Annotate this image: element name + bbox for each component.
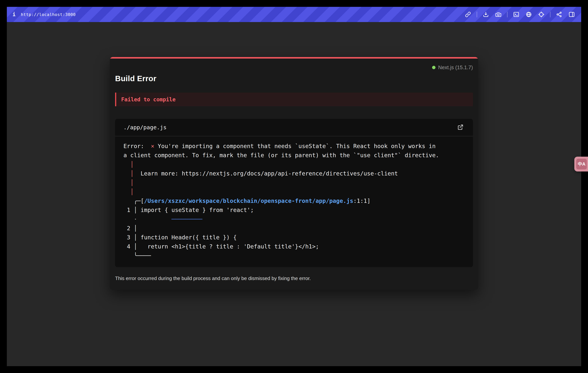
translate-extension-tab[interactable]: 中A — [574, 157, 588, 172]
trace-bar: │ — [124, 170, 134, 177]
camera-icon[interactable] — [494, 11, 502, 18]
nodes-icon[interactable] — [555, 11, 563, 18]
line-gutter: 2 │ — [124, 225, 137, 231]
file-name: ./app/page.js — [124, 124, 167, 131]
code-line-2: 2 │ — [124, 224, 464, 233]
line-gutter: 4 │ — [124, 243, 141, 250]
frame-open-prefix: ╭─[ — [124, 197, 144, 204]
usestate-underline: ───────── — [137, 216, 202, 222]
browser-address-bar: i http://localhost:3000 — [7, 7, 581, 22]
trace-bar: │ — [124, 188, 134, 195]
trace-bar-line: │ — [124, 187, 464, 196]
globe-icon[interactable] — [525, 11, 533, 18]
desktop: i http://localhost:3000 — [0, 0, 588, 373]
learn-more-line: │ Learn more: https://nextjs.org/docs/ap… — [124, 169, 464, 178]
error-message: Error: × You're importing a component th… — [124, 142, 441, 160]
dialog-title: Build Error — [115, 74, 473, 83]
frame-close-text: ╰──── — [124, 252, 151, 259]
terminal-icon[interactable] — [512, 11, 520, 18]
underline-gutter: · — [124, 216, 137, 222]
sidebar-toggle-icon[interactable] — [568, 11, 576, 18]
browser-toolbar — [464, 11, 576, 18]
trace-bar-line: │ — [124, 178, 464, 187]
code-line-3: 3 │ function Header({ title }) { — [124, 233, 464, 242]
open-in-editor-icon[interactable] — [456, 123, 464, 132]
nextjs-version-badge: Next.js (15.1.7) — [115, 57, 473, 70]
code-line-4: 4 │ return <h1>{title ? title : 'Default… — [124, 242, 464, 251]
link-icon[interactable] — [464, 11, 472, 18]
url-text[interactable]: http://localhost:3000 — [21, 12, 76, 17]
error-cross-icon: × — [151, 143, 154, 149]
download-tray-icon[interactable] — [482, 11, 490, 18]
toolbar-divider — [507, 11, 507, 17]
learn-more-text: Learn more: https://nextjs.org/docs/app/… — [134, 170, 398, 177]
code-frame-body: Error: × You're importing a component th… — [115, 136, 473, 267]
error-message-text: You're importing a component that needs … — [124, 143, 439, 159]
code-frame-header: ./app/page.js — [115, 119, 473, 136]
dialog-footer-note: This error occurred during the build pro… — [115, 275, 473, 281]
nextjs-version-label: Next.js (15.1.7) — [438, 65, 473, 71]
translate-icon: 中A — [576, 159, 587, 169]
frame-close-line: ╰──── — [124, 251, 464, 260]
frame-open-suffix: :1:1] — [353, 197, 370, 204]
code-frame: ./app/page.js Error: × You're importing … — [115, 119, 473, 267]
underline-line: · ───────── — [124, 215, 464, 224]
trace-bar: │ — [124, 161, 134, 168]
failed-to-compile-banner: Failed to compile — [115, 93, 473, 106]
code-line-1: 1 │ import { useState } from 'react'; — [124, 206, 464, 215]
error-label: Error: — [124, 143, 151, 149]
toolbar-divider — [477, 11, 477, 17]
status-dot-icon — [432, 66, 435, 69]
trace-bar: │ — [124, 179, 134, 186]
code-text: function Header({ title }) { — [141, 234, 237, 241]
failed-to-compile-text: Failed to compile — [121, 96, 176, 103]
crosshair-icon[interactable] — [537, 11, 545, 18]
toolbar-divider — [550, 11, 550, 17]
line-gutter: 1 │ — [124, 207, 141, 213]
error-accent-bar — [110, 57, 478, 59]
code-text: return <h1>{title ? title : 'Default tit… — [141, 243, 319, 250]
info-icon: i — [12, 11, 16, 17]
build-error-dialog: Next.js (15.1.7) Build Error Failed to c… — [110, 57, 478, 290]
file-path-link: /Users/xszxc/workspace/blockchain/opensp… — [144, 197, 353, 204]
frame-open-line: ╭─[/Users/xszxc/workspace/blockchain/ope… — [124, 196, 464, 206]
browser-viewport: Next.js (15.1.7) Build Error Failed to c… — [7, 22, 581, 366]
trace-bar-line: │ — [124, 160, 464, 169]
line-gutter: 3 │ — [124, 234, 141, 241]
code-text: import { useState } from 'react'; — [141, 207, 254, 213]
